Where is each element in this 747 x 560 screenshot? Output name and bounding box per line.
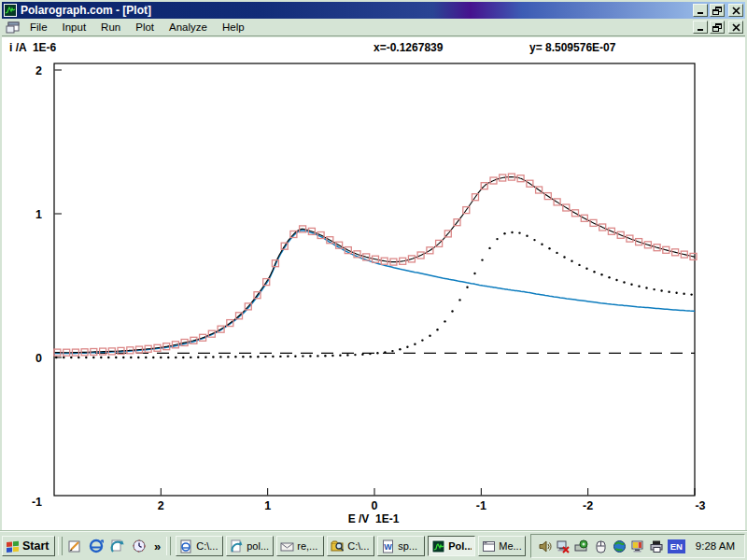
task-button-explorer-1[interactable]: C:\... [176, 536, 223, 556]
removable-device-icon[interactable] [574, 539, 590, 553]
minimize-button[interactable] [693, 4, 708, 17]
menu-bar: File Input Run Plot Analyze Help [2, 19, 745, 35]
task-label: C:\... [196, 540, 218, 552]
task-label: Me... [499, 540, 521, 552]
windows-flag-icon [6, 540, 20, 553]
task-label: sp... [398, 540, 417, 552]
menu-item-run[interactable]: Run [93, 21, 128, 34]
quick-launch-overflow-chevron[interactable]: » [151, 539, 163, 553]
search-folder-icon [331, 539, 345, 553]
svg-text:W: W [384, 542, 392, 552]
y-axis-label: i /A 1E-6 [9, 41, 56, 54]
restore-icon [712, 23, 722, 32]
menu-item-help[interactable]: Help [215, 21, 252, 34]
title-bar[interactable]: Polarograph.com - [Plot] [2, 2, 745, 19]
restore-icon [712, 7, 722, 15]
volume-icon[interactable] [537, 539, 553, 553]
globe-icon[interactable] [612, 539, 627, 553]
task-button-re[interactable]: re,... [276, 536, 324, 556]
window-outline-icon [482, 539, 496, 553]
taskbar-separator[interactable] [166, 537, 171, 555]
x-axis-label: E /V 1E-1 [0, 512, 747, 525]
menu-item-analyze[interactable]: Analyze [162, 21, 215, 34]
taskbar: Start » C:\... pol... re,... [0, 531, 747, 560]
display-settings-icon[interactable] [630, 539, 646, 553]
internet-explorer-icon[interactable] [87, 537, 106, 555]
ie-document-icon [179, 539, 193, 553]
menu-item-file[interactable]: File [22, 21, 55, 34]
taskbar-clock[interactable]: 9:28 AM [696, 540, 735, 552]
task-buttons: C:\... pol... re,... C:\... W sp... Pol.… [176, 536, 526, 556]
start-button[interactable]: Start [2, 536, 55, 556]
task-button-pol[interactable]: pol... [226, 536, 274, 556]
language-indicator[interactable]: EN [668, 539, 685, 553]
task-button-polarograph-active[interactable]: Pol... [428, 536, 475, 556]
task-label: re,... [297, 540, 317, 552]
system-tray: EN 9:28 AM [530, 534, 745, 558]
mouse-icon[interactable] [593, 539, 609, 553]
task-label: Pol... [448, 540, 472, 552]
envelope-icon [280, 539, 294, 553]
word-document-icon: W [381, 539, 395, 553]
task-button-me[interactable]: Me... [478, 536, 526, 556]
task-label: C:\... [347, 540, 369, 552]
task-label: pol... [247, 540, 269, 552]
scheduler-icon[interactable] [130, 537, 148, 555]
outlook-express-icon[interactable] [108, 537, 127, 555]
quick-launch: » [65, 537, 163, 555]
mdi-minimize-button[interactable] [693, 21, 708, 34]
printer-icon[interactable] [649, 539, 665, 553]
refresh-swirl-icon [230, 539, 244, 553]
task-button-word[interactable]: W sp... [377, 536, 425, 556]
start-label: Start [22, 539, 49, 553]
minimize-icon [697, 7, 705, 15]
restore-button[interactable] [710, 4, 725, 17]
polarograph-icon [431, 539, 445, 553]
taskbar-separator[interactable] [58, 537, 63, 555]
cursor-y-readout: y= 8.509576E-07 [529, 41, 615, 54]
show-desktop-icon[interactable] [65, 537, 84, 555]
menu-item-plot[interactable]: Plot [128, 21, 162, 34]
network-offline-icon[interactable] [556, 539, 571, 553]
plot-area[interactable] [54, 63, 695, 496]
cursor-x-readout: x=-0.1267839 [374, 41, 443, 54]
close-icon [732, 7, 740, 15]
task-button-search[interactable]: C:\... [327, 536, 374, 556]
window-title: Polarograph.com - [Plot] [21, 4, 151, 17]
minimize-icon [697, 23, 705, 32]
mdi-system-icon[interactable] [6, 21, 20, 34]
close-button[interactable] [728, 4, 743, 17]
mdi-close-button[interactable] [728, 21, 743, 34]
app-icon[interactable] [4, 4, 17, 17]
menu-item-input[interactable]: Input [55, 21, 94, 34]
mdi-restore-button[interactable] [710, 21, 725, 34]
close-icon [732, 23, 740, 32]
